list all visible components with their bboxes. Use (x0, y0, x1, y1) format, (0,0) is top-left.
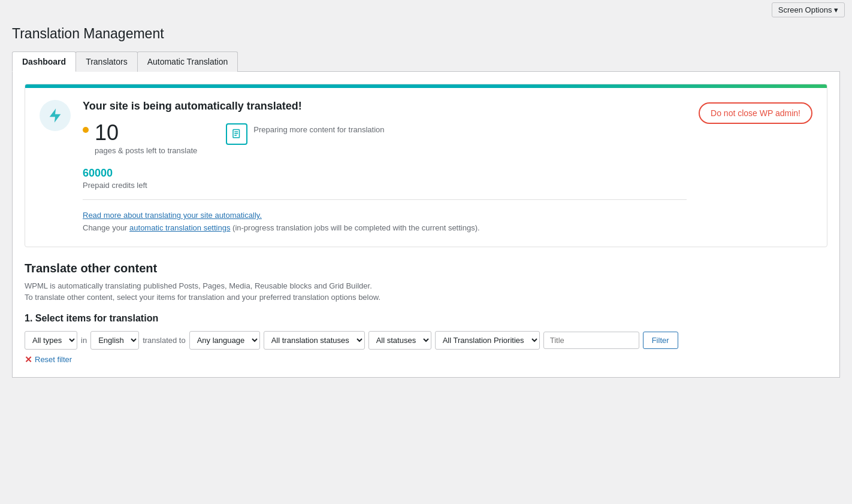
reset-x-icon: ✕ (25, 354, 32, 365)
preparing-icon-wrap (226, 123, 247, 145)
svg-marker-0 (50, 108, 61, 122)
tabs-row: Dashboard Translators Automatic Translat… (12, 51, 840, 72)
language-select[interactable]: English (90, 331, 139, 350)
tab-automatic-translation[interactable]: Automatic Translation (137, 51, 238, 72)
change-prefix: Change your (83, 223, 129, 232)
screen-options-button[interactable]: Screen Options ▾ (772, 2, 845, 17)
page-title: Translation Management (12, 26, 840, 42)
lightning-icon (47, 107, 64, 124)
translation-statuses-select[interactable]: All translation statuses (264, 331, 365, 350)
preparing-label: Preparing more content for translation (253, 125, 384, 135)
all-types-select[interactable]: All types (25, 331, 77, 350)
preparing-stat: Preparing more content for translation (226, 122, 384, 155)
translated-to-label: translated to (143, 336, 186, 345)
tab-translators[interactable]: Translators (75, 51, 138, 72)
desc-line1: WPML is automatically translating publis… (25, 280, 827, 292)
card-stats: 10 pages & posts left to translate (83, 122, 687, 155)
translation-card: Your site is being automatically transla… (25, 84, 827, 247)
reset-filter-label: Reset filter (35, 355, 72, 364)
pages-number: 10 (95, 122, 197, 144)
filters-row: All types in English translated to Any l… (25, 331, 827, 350)
stat-dot (83, 127, 89, 133)
all-priorities-select[interactable]: All Translation Priorities (435, 331, 540, 350)
read-more-link[interactable]: Read more about translating your site au… (83, 211, 262, 220)
translate-other-section: Translate other content WPML is automati… (25, 262, 827, 365)
title-input[interactable] (543, 332, 639, 349)
filter-button[interactable]: Filter (643, 332, 678, 349)
select-items-title: 1. Select items for translation (25, 313, 827, 324)
card-divider (83, 199, 687, 200)
tab-dashboard[interactable]: Dashboard (12, 51, 76, 72)
any-language-select[interactable]: Any language (189, 331, 260, 350)
desc-line2: To translate other content, select your … (25, 292, 827, 303)
card-main: Your site is being automatically transla… (83, 100, 687, 235)
change-suffix: (in-progress translation jobs will be co… (230, 223, 479, 232)
pages-label: pages & posts left to translate (95, 146, 197, 155)
auto-translation-settings-link[interactable]: automatic translation settings (129, 223, 230, 232)
card-title: Your site is being automatically transla… (83, 100, 687, 113)
reset-filter[interactable]: ✕ Reset filter (25, 354, 827, 365)
section-desc: WPML is automatically translating publis… (25, 280, 827, 303)
in-label: in (81, 336, 87, 345)
card-footer-text: Read more about translating your site au… (83, 210, 687, 235)
lightning-icon-wrap (40, 100, 71, 131)
main-content: Your site is being automatically transla… (12, 71, 840, 378)
do-not-close-button[interactable]: Do not close WP admin! (699, 102, 812, 124)
all-statuses-select[interactable]: All statuses (368, 331, 431, 350)
translate-other-title: Translate other content (25, 262, 827, 275)
credits-number: 60000 (83, 167, 687, 180)
credits-section: 60000 Prepaid credits left (83, 167, 687, 190)
document-icon (231, 129, 242, 139)
credits-label: Prepaid credits left (83, 181, 687, 190)
pages-stat: 10 pages & posts left to translate (83, 122, 197, 155)
